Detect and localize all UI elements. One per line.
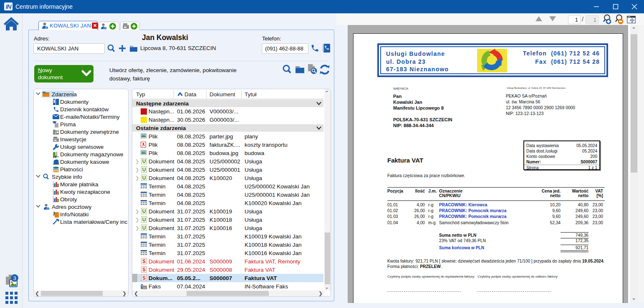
svg-text:3: 3	[13, 275, 16, 281]
svg-text:i: i	[48, 207, 48, 210]
svg-text:i: i	[105, 27, 106, 30]
svg-text:i: i	[46, 26, 47, 30]
